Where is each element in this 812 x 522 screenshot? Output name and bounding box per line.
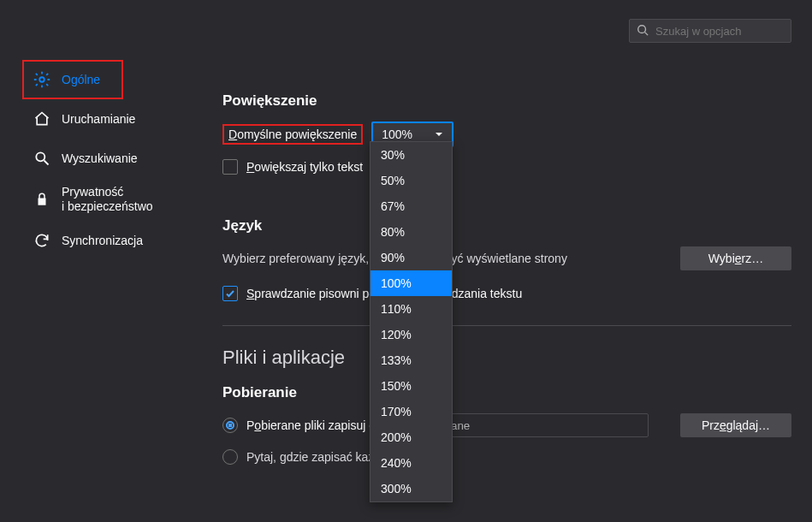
default-zoom-dropdown[interactable]: 30%50%67%80%90%100%110%120%133%150%170%2… [370, 141, 453, 502]
download-ask-row[interactable]: Pytaj, gdzie zapisać każdy plik [222, 449, 791, 465]
settings-content: Powiększenie Domyślne powiększenie 100% … [222, 92, 791, 473]
svg-point-0 [638, 25, 646, 33]
search-icon [637, 24, 649, 39]
settings-sidebar: Ogólne Uruchamianie Wyszukiwanie Prywatn… [22, 60, 202, 260]
download-save-to-row[interactable]: Pobierane pliki zapisuj do: [222, 418, 386, 433]
zoom-option[interactable]: 120% [370, 322, 452, 347]
zoom-option[interactable]: 30% [370, 142, 452, 168]
lock-icon [33, 190, 51, 209]
zoom-option[interactable]: 50% [370, 168, 452, 193]
zoom-option[interactable]: 100% [370, 270, 452, 296]
sidebar-item-label: Wyszukiwanie [62, 151, 138, 165]
spellcheck-checkbox[interactable] [222, 286, 238, 301]
default-zoom-row: Domyślne powiększenie 100% [222, 122, 791, 147]
sidebar-item-label: Uruchamianie [62, 112, 135, 126]
sidebar-item-privacy[interactable]: Prywatność i bezpieczeństwo [22, 178, 202, 221]
search-icon [33, 149, 51, 168]
spellcheck-row[interactable]: Sprawdzanie pisowni podczas wprowadzania… [222, 286, 791, 301]
search-options-input[interactable] [655, 25, 784, 38]
zoom-text-only-checkbox[interactable] [222, 159, 238, 175]
zoom-option[interactable]: 150% [370, 373, 452, 399]
svg-point-3 [36, 152, 44, 161]
zoom-option[interactable]: 170% [370, 399, 452, 424]
zoom-option[interactable]: 80% [370, 219, 452, 245]
default-zoom-selected-value: 100% [382, 128, 412, 141]
zoom-option[interactable]: 240% [370, 450, 452, 476]
zoom-option[interactable]: 110% [370, 296, 452, 322]
zoom-heading: Powiększenie [222, 92, 791, 110]
files-section-heading: Pliki i aplikacje [222, 347, 791, 369]
chevron-down-icon [435, 128, 443, 141]
zoom-option[interactable]: 67% [370, 193, 452, 219]
sidebar-item-home[interactable]: Uruchamianie [22, 99, 202, 139]
default-zoom-label: Domyślne powiększenie [222, 124, 363, 145]
zoom-option[interactable]: 90% [370, 245, 452, 270]
search-options-field[interactable] [629, 19, 791, 43]
zoom-text-only-row[interactable]: Powiększaj tylko tekst [222, 159, 791, 175]
sidebar-item-label: Ogólne [62, 73, 100, 86]
sync-icon [33, 231, 51, 250]
zoom-text-only-label: Powiększaj tylko tekst [246, 160, 363, 174]
language-heading: Język [222, 217, 791, 234]
sidebar-item-search[interactable]: Wyszukiwanie [22, 139, 202, 178]
download-ask-radio[interactable] [222, 449, 238, 465]
sidebar-item-general[interactable]: Ogólne [22, 60, 202, 99]
sidebar-item-label: Prywatność i bezpieczeństwo [62, 185, 153, 215]
gear-icon [33, 70, 51, 89]
download-save-to-label: Pobierane pliki zapisuj do: [246, 418, 386, 432]
svg-line-1 [645, 32, 649, 35]
svg-line-4 [44, 161, 49, 165]
sidebar-item-sync[interactable]: Synchronizacja [22, 221, 202, 260]
zoom-option[interactable]: 300% [370, 476, 452, 501]
zoom-option[interactable]: 200% [370, 424, 452, 450]
sidebar-item-label: Synchronizacja [62, 234, 143, 247]
download-save-to-radio[interactable] [222, 418, 238, 433]
download-browse-button[interactable]: Przeglądaj… [680, 413, 791, 437]
svg-point-2 [39, 77, 44, 82]
downloads-heading: Pobieranie [222, 384, 791, 401]
zoom-option[interactable]: 133% [370, 347, 452, 373]
language-choose-button[interactable]: Wybierz… [680, 246, 791, 270]
home-icon [33, 110, 51, 128]
section-divider [222, 325, 791, 326]
